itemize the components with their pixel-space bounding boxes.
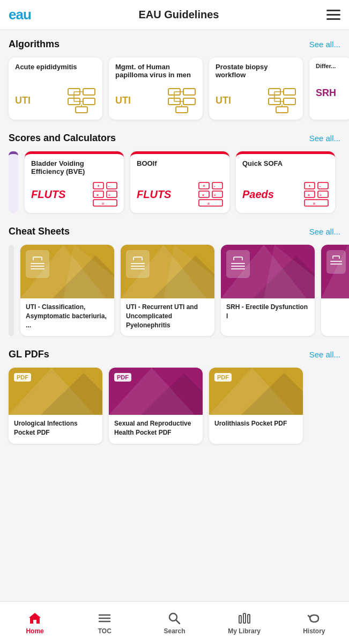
algo-card-2[interactable]: Mgmt. of Human papilloma virus in men UT… (109, 57, 203, 120)
svg-text:+: + (203, 184, 205, 188)
cheat-sheets-see-all[interactable]: See all... (309, 227, 340, 236)
calc-badge-2: FLUTS (137, 188, 171, 201)
cheat-card-2-title: UTI - Recurrent UTI and Uncomplicated Py… (126, 303, 209, 330)
toc-icon (98, 611, 112, 625)
pdf-card-2[interactable]: PDF Sexual and Reproductive Health Pocke… (109, 368, 203, 444)
svg-text:×: × (96, 193, 99, 197)
svg-text:+: + (309, 184, 311, 188)
cheat-card-3-body: SRH - Erectile Dysfunction I (221, 298, 315, 327)
calculators-see-all[interactable]: See all... (309, 134, 340, 143)
calc-icon-1: + - × ÷ = (93, 182, 117, 207)
cheat-card-2[interactable]: UTI - Recurrent UTI and Uncomplicated Py… (121, 245, 214, 336)
nav-home[interactable]: Home (16, 611, 54, 635)
cheat-card-2-image (121, 245, 214, 298)
svg-rect-10 (183, 89, 195, 95)
cheat-card-3-image (221, 245, 315, 298)
gl-pdfs-scroll[interactable]: PDF Urological Infections Pocket PDF PDF… (0, 365, 349, 448)
calculators-scroll[interactable]: Bladder Voiding Efficiency (BVE) FLUTS +… (0, 149, 349, 217)
gl-pdfs-header: GL PDFs See all... (0, 349, 349, 360)
nav-toc[interactable]: TOC (86, 611, 123, 635)
algo-card-1[interactable]: Acute epididymitis UTI (9, 57, 102, 120)
nav-toc-label: TOC (98, 627, 112, 635)
svg-text:-: - (214, 184, 216, 188)
algorithms-header: Algorithms See all... (0, 39, 349, 50)
pdf-badge-2: PDF (114, 373, 131, 382)
logo-text: eau (9, 6, 31, 23)
algo-card-4-partial[interactable]: Differ... SRH (309, 57, 349, 120)
cheat-card-1-body: UTI - Classification, Asymptomatic bacte… (20, 298, 114, 336)
nav-library[interactable]: My Library (226, 611, 263, 635)
pdf-card-3-image: PDF (209, 368, 303, 415)
flow-diagram-icon-1 (67, 87, 96, 113)
calc-card-3[interactable]: Quick SOFA Paeds + - × ÷ = (236, 151, 335, 213)
calc-card-1-title: Bladder Voiding Efficiency (BVE) (31, 159, 117, 178)
svg-text:=: = (313, 202, 315, 206)
calc-card-3-footer: Paeds + - × ÷ = (242, 182, 329, 207)
nav-home-label: Home (26, 627, 43, 635)
cheat-partial-left (9, 245, 14, 336)
algo-card-4-title: Differ... (316, 63, 346, 82)
cheat-card-2-body: UTI - Recurrent UTI and Uncomplicated Py… (121, 298, 214, 336)
svg-rect-79 (243, 613, 246, 623)
pdf-card-3-title: Urolithiasis Pocket PDF (209, 415, 303, 435)
algorithms-see-all[interactable]: See all... (309, 40, 340, 49)
calc-card-2-footer: FLUTS + - × ÷ = (137, 182, 223, 207)
algo-badge-1: UTI (15, 95, 31, 106)
nav-history[interactable]: History (295, 611, 333, 635)
library-icon (237, 611, 251, 625)
calculators-header: Scores and Calculators See all... (0, 133, 349, 144)
calc-card-2[interactable]: BOOIf FLUTS + - × ÷ = (130, 151, 229, 213)
algo-card-1-footer: UTI (15, 87, 96, 113)
calculators-title: Scores and Calculators (9, 133, 116, 144)
pdf-card-3[interactable]: PDF Urolithiasis Pocket PDF (209, 368, 303, 444)
menu-button[interactable] (326, 10, 340, 20)
pdf-card-1-title: Urological Infections Pocket PDF (9, 415, 102, 444)
algo-card-3-footer: UTI (216, 87, 296, 113)
gl-pdfs-see-all[interactable]: See all... (309, 350, 340, 359)
cheat-sheets-header: Cheat Sheets See all... (0, 226, 349, 237)
svg-rect-12 (183, 98, 195, 105)
search-icon (167, 611, 181, 625)
flow-diagram-icon-2 (167, 87, 196, 113)
algorithms-section: Algorithms See all... Acute epididymitis… (0, 39, 349, 124)
nav-search-label: Search (164, 627, 185, 635)
svg-line-77 (176, 620, 180, 624)
pdf-card-2-title: Sexual and Reproductive Health Pocket PD… (109, 415, 203, 444)
svg-rect-41 (199, 200, 222, 206)
svg-text:÷: ÷ (320, 193, 322, 197)
logo[interactable]: eau (9, 6, 31, 23)
calc-card-1-footer: FLUTS + - × ÷ = (31, 182, 117, 207)
header-title: EAU Guidelines (138, 9, 219, 21)
pdf-badge-1: PDF (14, 373, 31, 382)
algo-card-3[interactable]: Prostate biopsy workflow UTI (209, 57, 303, 120)
cheat-card-4-image (321, 245, 349, 298)
algo-card-4-footer: SRH (316, 87, 346, 99)
cheat-sheets-section: Cheat Sheets See all... (0, 226, 349, 340)
pdf-card-1[interactable]: PDF Urological Infections Pocket PDF (9, 368, 102, 444)
svg-rect-78 (239, 616, 241, 623)
svg-text:-: - (320, 184, 321, 188)
cheat-card-1[interactable]: UTI - Classification, Asymptomatic bacte… (20, 245, 114, 336)
cheat-sheets-scroll[interactable]: UTI - Classification, Asymptomatic bacte… (0, 243, 349, 340)
cheat-card-4-partial[interactable] (321, 245, 349, 336)
algorithms-scroll[interactable]: Acute epididymitis UTI (0, 55, 349, 124)
cheat-card-3-title: SRH - Erectile Dysfunction I (226, 303, 309, 321)
nav-search[interactable]: Search (155, 611, 193, 635)
calc-card-1[interactable]: Bladder Voiding Efficiency (BVE) FLUTS +… (25, 151, 124, 213)
svg-marker-65 (264, 245, 315, 298)
calc-badge-3: Paeds (242, 188, 274, 201)
gl-pdfs-title: GL PDFs (9, 349, 49, 360)
svg-text:=: = (207, 202, 210, 206)
calc-card-3-title: Quick SOFA (242, 159, 329, 178)
calc-icon-3: + - × ÷ = (304, 182, 329, 207)
svg-text:×: × (308, 193, 310, 197)
algo-card-3-title: Prostate biopsy workflow (216, 63, 296, 82)
svg-text:+: + (98, 184, 100, 188)
nav-library-label: My Library (228, 627, 261, 635)
home-icon (28, 611, 42, 625)
algo-badge-4: SRH (316, 87, 336, 99)
algo-card-2-title: Mgmt. of Human papilloma virus in men (115, 63, 196, 82)
gl-pdfs-section: GL PDFs See all... PDF Urological Infect… (0, 349, 349, 448)
cheat-card-3[interactable]: SRH - Erectile Dysfunction I (221, 245, 315, 336)
svg-rect-51 (305, 200, 328, 206)
